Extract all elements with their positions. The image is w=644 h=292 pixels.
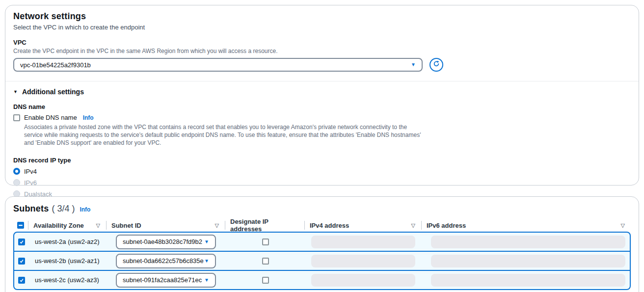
subnet-id-select[interactable]: subnet-091fa2caa825e71ec ▼ bbox=[116, 273, 216, 288]
header-ipv6-address: IPv6 address ▽ bbox=[421, 221, 631, 230]
availability-zone-cell: us-west-2a (usw2-az2) bbox=[29, 238, 107, 245]
header-designate-ip-label: Designate IP addresses bbox=[230, 218, 298, 233]
vpc-select-row: vpc-01be54225a2f9301b ▼ bbox=[13, 58, 631, 72]
subnet-id-value: subnet-0ae48b3028c7fd9b2 bbox=[123, 238, 202, 245]
ipv6-address-field bbox=[431, 274, 625, 287]
row-checkbox[interactable] bbox=[18, 258, 25, 265]
vpc-select-value: vpc-01be54225a2f9301b bbox=[20, 61, 91, 69]
header-subnet-id: Subnet ID ▽ bbox=[106, 221, 225, 230]
sort-icon[interactable]: ▽ bbox=[96, 222, 100, 229]
subnet-id-value: subnet-091fa2caa825e71ec bbox=[123, 276, 202, 284]
table-row: us-west-2c (usw2-az3) subnet-091fa2caa82… bbox=[13, 270, 631, 290]
designate-ip-cell bbox=[226, 239, 305, 245]
vpc-description: Create the VPC endpoint in the VPC in th… bbox=[13, 48, 631, 54]
subnets-title-line: Subnets ( 3/4 ) Info bbox=[13, 204, 631, 214]
chevron-down-icon: ▼ bbox=[204, 239, 209, 244]
subnets-title: Subnets bbox=[13, 204, 49, 214]
ipv4-address-field bbox=[311, 255, 415, 267]
table-row: us-west-2b (usw2-az1) subnet-0da6622c57b… bbox=[13, 251, 631, 271]
chevron-down-icon: ▼ bbox=[204, 259, 209, 264]
designate-ip-checkbox[interactable] bbox=[262, 239, 269, 245]
ipv6-address-cell bbox=[422, 236, 630, 248]
sort-icon[interactable]: ▽ bbox=[621, 222, 625, 229]
subnets-info-link[interactable]: Info bbox=[80, 206, 90, 213]
header-subnet-id-label: Subnet ID bbox=[111, 222, 141, 229]
panel-subtitle: Select the VPC in which to create the en… bbox=[13, 24, 631, 31]
subnet-id-cell: subnet-0da6622c57b6c835e ▼ bbox=[107, 254, 226, 268]
header-availability-zone: Availability Zone ▽ bbox=[28, 221, 106, 230]
ipv6-radio bbox=[13, 179, 20, 186]
designate-ip-checkbox[interactable] bbox=[262, 258, 269, 265]
subnet-id-cell: subnet-0ae48b3028c7fd9b2 ▼ bbox=[107, 235, 226, 249]
header-designate-ip: Designate IP addresses bbox=[225, 221, 304, 230]
radio-option-ipv6: IPv6 bbox=[13, 179, 631, 186]
ipv6-address-cell bbox=[422, 255, 630, 267]
chevron-down-icon: ▼ bbox=[411, 62, 416, 67]
vpc-select[interactable]: vpc-01be54225a2f9301b ▼ bbox=[13, 58, 423, 72]
ipv4-address-field bbox=[311, 274, 415, 287]
ipv4-address-field bbox=[311, 236, 415, 248]
select-all-checkbox[interactable] bbox=[17, 222, 24, 229]
refresh-button[interactable] bbox=[429, 58, 443, 72]
subnet-id-value: subnet-0da6622c57b6c835e bbox=[123, 257, 204, 265]
header-ipv4-address-label: IPv4 address bbox=[310, 222, 349, 229]
dns-name-label: DNS name bbox=[13, 103, 631, 110]
subnets-counter: ( 3/4 ) bbox=[52, 204, 75, 214]
ipv4-address-cell bbox=[305, 274, 422, 287]
availability-zone-cell: us-west-2b (usw2-az1) bbox=[29, 257, 107, 265]
enable-dns-name-checkbox[interactable] bbox=[13, 114, 20, 121]
dns-record-ip-type-label: DNS record IP type bbox=[13, 157, 631, 164]
table-row: us-west-2a (usw2-az2) subnet-0ae48b3028c… bbox=[13, 232, 631, 252]
ipv6-address-field bbox=[431, 255, 625, 267]
designate-ip-cell bbox=[226, 277, 305, 284]
header-ipv6-address-label: IPv6 address bbox=[427, 222, 466, 229]
ipv4-address-cell bbox=[305, 255, 422, 267]
sort-icon[interactable]: ▽ bbox=[411, 222, 415, 229]
page-title: Network settings bbox=[13, 11, 631, 22]
additional-settings-expander[interactable]: ▼ Additional settings bbox=[13, 88, 631, 96]
ipv4-radio[interactable] bbox=[13, 168, 20, 175]
additional-settings-label: Additional settings bbox=[22, 88, 84, 96]
row-checkbox-cell bbox=[14, 239, 29, 245]
ipv6-address-field bbox=[431, 236, 625, 248]
ipv6-radio-label: IPv6 bbox=[24, 179, 37, 186]
header-availability-zone-label: Availability Zone bbox=[33, 222, 84, 229]
vpc-label: VPC bbox=[13, 39, 631, 46]
row-checkbox[interactable] bbox=[18, 239, 25, 245]
header-ipv4-address: IPv4 address ▽ bbox=[304, 221, 421, 230]
designate-ip-checkbox[interactable] bbox=[262, 277, 269, 284]
ipv4-address-cell bbox=[305, 236, 422, 248]
subnets-panel: Subnets ( 3/4 ) Info Availability Zone ▽… bbox=[5, 196, 639, 292]
section-divider bbox=[5, 81, 639, 81]
subnet-id-select[interactable]: subnet-0ae48b3028c7fd9b2 ▼ bbox=[116, 235, 216, 249]
dns-name-description: Associates a private hosted zone with th… bbox=[24, 123, 423, 147]
ipv4-radio-label: IPv4 bbox=[24, 168, 37, 175]
expand-triangle-icon: ▼ bbox=[13, 89, 18, 94]
ipv6-address-cell bbox=[422, 274, 630, 287]
radio-option-ipv4: IPv4 bbox=[13, 168, 631, 175]
row-checkbox[interactable] bbox=[18, 277, 25, 284]
chevron-down-icon: ▼ bbox=[204, 278, 209, 283]
designate-ip-cell bbox=[226, 258, 305, 265]
subnet-id-select[interactable]: subnet-0da6622c57b6c835e ▼ bbox=[116, 254, 216, 268]
subnet-id-cell: subnet-091fa2caa825e71ec ▼ bbox=[107, 273, 226, 288]
table-header-row: Availability Zone ▽ Subnet ID ▽ Designat… bbox=[13, 219, 631, 232]
row-checkbox-cell bbox=[14, 277, 29, 284]
dns-name-info-link[interactable]: Info bbox=[83, 114, 94, 121]
enable-dns-name-row: Enable DNS name Info bbox=[13, 114, 631, 121]
sort-icon[interactable]: ▽ bbox=[215, 222, 219, 229]
network-settings-panel: Network settings Select the VPC in which… bbox=[5, 5, 639, 186]
enable-dns-name-checkbox-label: Enable DNS name bbox=[24, 114, 77, 121]
row-checkbox-cell bbox=[14, 258, 29, 265]
availability-zone-cell: us-west-2c (usw2-az3) bbox=[29, 276, 107, 284]
header-checkbox-cell bbox=[13, 222, 28, 229]
refresh-icon bbox=[433, 60, 440, 69]
